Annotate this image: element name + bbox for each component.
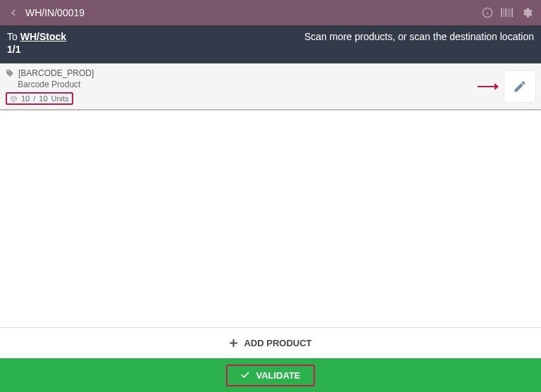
info-icon [482,7,493,18]
to-label: To [7,31,18,42]
product-code: [BARCODE_PROD] [18,68,94,78]
qty-total: 10 [39,94,47,103]
settings-button[interactable] [520,6,534,20]
validate-label: VALIDATE [256,370,300,381]
plus-icon [229,339,238,348]
check-icon [240,370,250,380]
svg-rect-3 [501,8,502,18]
svg-rect-8 [511,8,513,18]
barcode-icon [501,8,514,18]
product-line[interactable]: [BARCODE_PROD] Barcode Product 10 / 10 U… [0,63,541,110]
chevron-left-icon [8,8,18,18]
svg-rect-4 [504,8,504,18]
qty-separator: / [33,94,35,103]
gear-icon [521,7,533,18]
validate-button[interactable]: VALIDATE [226,365,314,386]
bottom-bar: ADD PRODUCT VALIDATE [0,327,541,392]
info-button[interactable] [480,6,495,20]
svg-rect-12 [230,342,238,343]
cube-icon [10,95,18,103]
tag-icon [6,69,14,77]
destination-line: To WH/Stock [7,31,66,42]
svg-rect-6 [508,8,509,18]
svg-rect-5 [505,8,506,18]
qty-done: 10 [21,94,30,103]
barcode-button[interactable] [500,6,514,20]
validate-bar: VALIDATE [0,358,541,392]
quantity-box: 10 / 10 Units [6,92,73,105]
arrow-right-icon [478,82,499,91]
line-counter: 1/1 [7,44,66,55]
topbar: WH/IN/00019 [0,0,541,25]
scan-hint: Scan more products, or scan the destinat… [66,31,534,42]
pencil-icon [513,80,527,94]
qty-uom: Units [51,94,69,103]
svg-rect-7 [510,8,511,18]
add-product-label: ADD PRODUCT [244,338,311,348]
page-title: WH/IN/00019 [25,7,85,18]
back-button[interactable] [7,6,20,19]
add-product-button[interactable]: ADD PRODUCT [0,327,541,358]
arrow-indicator [478,82,499,91]
destination-location[interactable]: WH/Stock [20,31,66,42]
destination-bar: To WH/Stock 1/1 Scan more products, or s… [0,25,541,63]
product-name: Barcode Product [18,80,478,89]
product-list: [BARCODE_PROD] Barcode Product 10 / 10 U… [0,63,541,327]
edit-line-button[interactable] [504,71,535,102]
svg-marker-10 [495,83,499,90]
